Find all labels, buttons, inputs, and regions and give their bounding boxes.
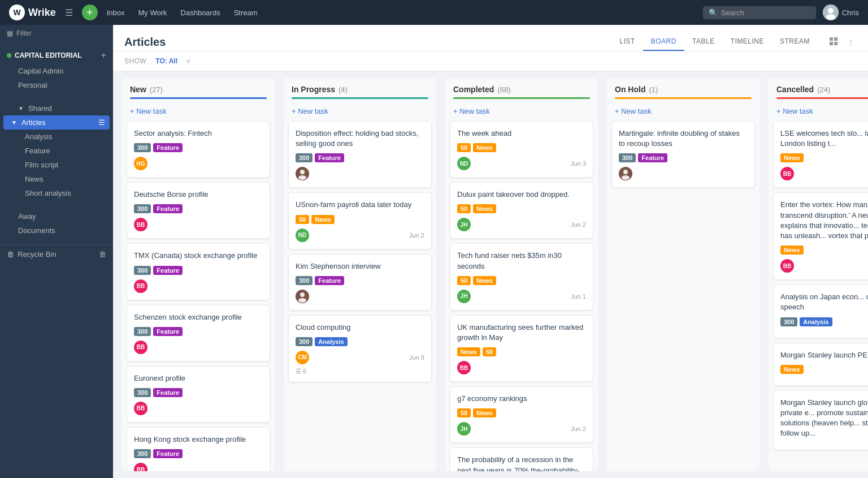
new-task-button-inprogress[interactable]: + New task <box>292 107 328 115</box>
card-tags: News <box>780 153 868 162</box>
tag-news: News <box>780 246 804 255</box>
card-kim-stephenson[interactable]: Kim Stephenson interview 300 Feature <box>288 254 432 311</box>
card-japan-economy[interactable]: Analysis on Japan econ... off Bernanke s… <box>773 285 868 338</box>
column-new: New (27) + New task Sector analysis: Fin… <box>122 78 275 471</box>
nav-mywork[interactable]: My Work <box>138 8 167 17</box>
card-hongkong[interactable]: Hong Kong stock exchange profile 300 Fea… <box>127 427 270 471</box>
to-all-filter[interactable]: TO: All <box>151 56 182 66</box>
card-tags: 300 Feature <box>134 143 263 152</box>
tag-news: News <box>780 153 804 162</box>
card-footer: ND Jun 2 <box>296 229 424 242</box>
new-task-button-new[interactable]: + New task <box>130 107 167 115</box>
card-week-ahead[interactable]: The week ahead 50 News ND Jun 3 <box>450 121 593 178</box>
nav-stream[interactable]: Stream <box>234 8 258 17</box>
sidebar-item-analysis[interactable]: Analysis <box>0 130 113 144</box>
card-footer: BB <box>780 167 868 180</box>
tab-table[interactable]: TABLE <box>684 33 723 51</box>
sidebar-org-section: CAPITAL EDITORIAL + Capital Admin Person… <box>0 42 113 97</box>
avatar: BB <box>134 402 147 415</box>
card-cloud-computing[interactable]: Cloud computing 300 Analysis CM Jun 9 ☰ … <box>288 315 432 382</box>
grid-icon[interactable]: ​ <box>827 35 840 50</box>
hamburger-menu[interactable]: ☰ <box>65 7 73 18</box>
sidebar-filter[interactable]: ▦ Filter <box>0 25 113 42</box>
card-schenzen[interactable]: Schenzen stock exchange profile 300 Feat… <box>127 305 270 361</box>
tag-300: 300 <box>134 266 151 275</box>
column-cards-onhold: Martingale: infinite doubling of stakes … <box>607 121 760 471</box>
tag-analysis: Analysis <box>315 337 347 346</box>
card-tech-fund[interactable]: Tech fund raiser nets $35m in30 seconds … <box>450 243 593 310</box>
more-options-icon[interactable]: ⋮ <box>845 36 857 49</box>
tag-feature: Feature <box>638 153 667 162</box>
create-button[interactable]: + <box>82 5 98 20</box>
new-task-button-cancelled[interactable]: + New task <box>776 107 813 115</box>
tab-board[interactable]: BOARD <box>643 33 684 51</box>
tag-news: News <box>780 365 804 374</box>
avatar <box>296 167 309 180</box>
avatar: BB <box>134 218 147 231</box>
filter-icon[interactable]: ▿ <box>186 57 190 66</box>
svg-point-9 <box>298 175 306 180</box>
new-task-button-onhold[interactable]: + New task <box>615 107 652 115</box>
card-martingale[interactable]: Martingale: infinite doubling of stakes … <box>611 121 755 188</box>
sidebar-item-short-analysis[interactable]: Short analysis <box>0 186 113 200</box>
card-title: Morgan Stanley launch global impact priv… <box>780 398 868 439</box>
sidebar-item-documents[interactable]: Documents <box>0 223 113 238</box>
sidebar-add-button[interactable]: + <box>101 50 106 61</box>
card-title: Disposition effect: holding bad stocks, … <box>296 128 424 149</box>
card-euronext[interactable]: Euronext profile 300 Feature BB <box>127 366 270 423</box>
nav-inbox[interactable]: Inbox <box>107 8 125 17</box>
tab-stream[interactable]: STREAM <box>772 33 818 51</box>
card-dulux[interactable]: Dulux paint takeover bod dropped. 50 New… <box>450 182 593 239</box>
card-title: Analysis on Japan econ... off Bernanke s… <box>780 292 868 312</box>
sidebar-item-capital-admin[interactable]: Capital Admin <box>0 64 113 78</box>
tag-50: 50 <box>457 276 471 285</box>
tab-timeline[interactable]: TIMELINE <box>723 33 772 51</box>
card-lse[interactable]: LSE welcomes tech sto... largest London … <box>773 121 868 188</box>
tag-feature: Feature <box>315 276 344 285</box>
tab-list[interactable]: LIST <box>611 33 643 51</box>
sidebar-item-shared[interactable]: ▼ Shared <box>0 101 113 115</box>
column-count-new: (27) <box>150 85 163 94</box>
card-title: USnon-farm payroll data later today <box>296 200 424 210</box>
tag-feature: Feature <box>153 327 183 336</box>
top-navigation: W Wrike ☰ + Inbox My Work Dashboards Str… <box>0 0 868 25</box>
card-uk-manufacturing[interactable]: UK manufacturing sees further marked gro… <box>450 315 593 382</box>
header-icons: ​ ⋮ <box>827 35 857 50</box>
nav-dashboards[interactable]: Dashboards <box>181 8 220 17</box>
card-deutsche-borse[interactable]: Deutsche Borse profile 300 Feature BB <box>127 182 270 239</box>
column-new-task-new: + New task <box>122 104 275 121</box>
card-g7-economy[interactable]: g7 economy rankings 50 News JH Jun 2 <box>450 386 593 443</box>
logo[interactable]: W Wrike <box>9 5 56 20</box>
sidebar-item-filmscript[interactable]: Film script <box>0 158 113 172</box>
card-enter-vortex[interactable]: Enter the vortex: How managers can trans… <box>773 192 868 280</box>
card-morgan-stanley-pe[interactable]: Morgan Stanley launch PE fund News <box>773 343 868 386</box>
sidebar-item-news[interactable]: News <box>0 172 113 186</box>
card-title: g7 economy rankings <box>457 394 586 404</box>
card-recession-probability[interactable]: The probability of a recession in the ne… <box>450 447 593 471</box>
column-title-new: New <box>130 85 146 94</box>
sidebar-item-recycle[interactable]: 🗑 Recycle Bin 🗑 <box>0 247 113 261</box>
sidebar-item-away[interactable]: Away <box>0 209 113 223</box>
column-bar-onhold <box>615 97 752 99</box>
tag-feature: Feature <box>153 266 183 275</box>
nav-links: Inbox My Work Dashboards Stream <box>107 8 703 17</box>
new-task-button-completed[interactable]: + New task <box>453 107 490 115</box>
search-input[interactable] <box>721 8 810 17</box>
avatar: HG <box>134 157 147 170</box>
card-sector-analysis[interactable]: Sector analysis: Fintech 300 Feature HG <box>127 121 270 178</box>
card-tmx[interactable]: TMX (Canada) stock exchange profile 300 … <box>127 243 270 300</box>
sidebar-item-articles[interactable]: ▼ Articles ☰ <box>3 115 110 130</box>
card-usnonfarm[interactable]: USnon-farm payroll data later today 50 N… <box>288 192 432 249</box>
card-title: Dulux paint takeover bod dropped. <box>457 190 586 200</box>
column-count-cancelled: (24) <box>817 85 830 94</box>
search-bar[interactable]: 🔍 <box>703 6 816 19</box>
sidebar-item-personal[interactable]: Personal <box>0 78 113 92</box>
card-title: Martingale: infinite doubling of stakes … <box>619 128 748 149</box>
card-disposition[interactable]: Disposition effect: holding bad stocks, … <box>288 121 432 188</box>
card-footer: JH Jun 1 <box>457 290 586 303</box>
logo-icon: W <box>9 5 25 20</box>
sidebar-away-section: Away Documents <box>0 205 113 242</box>
card-morgan-stanley-global[interactable]: Morgan Stanley launch global impact priv… <box>773 390 868 451</box>
sidebar-item-feature[interactable]: Feature <box>0 144 113 158</box>
tag-feature: Feature <box>153 388 183 397</box>
